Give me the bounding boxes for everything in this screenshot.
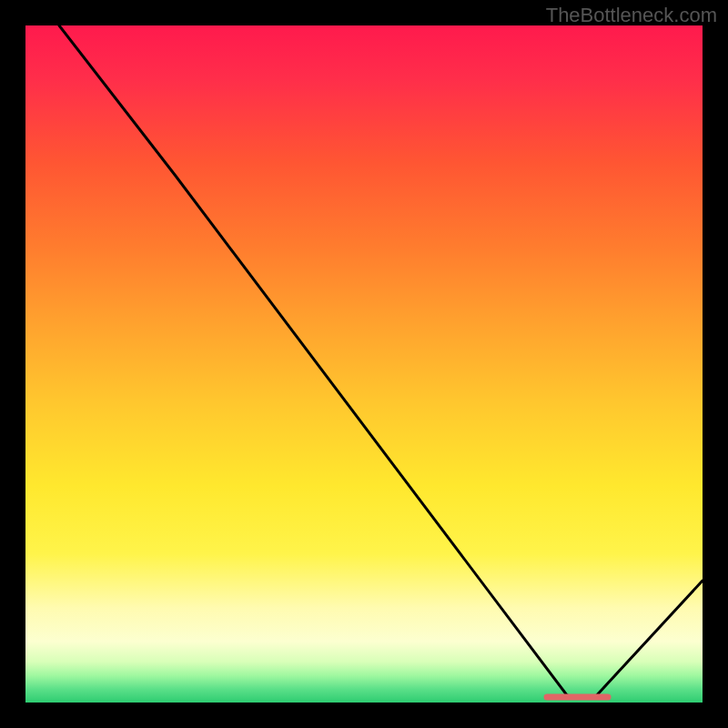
axis-bottom-margin [0, 703, 728, 728]
chart-container: TheBottleneck.com [0, 0, 728, 728]
axis-left-margin [0, 25, 25, 703]
chart-svg [25, 25, 703, 703]
watermark-text: TheBottleneck.com [546, 4, 717, 27]
bottleneck-curve [59, 25, 703, 699]
